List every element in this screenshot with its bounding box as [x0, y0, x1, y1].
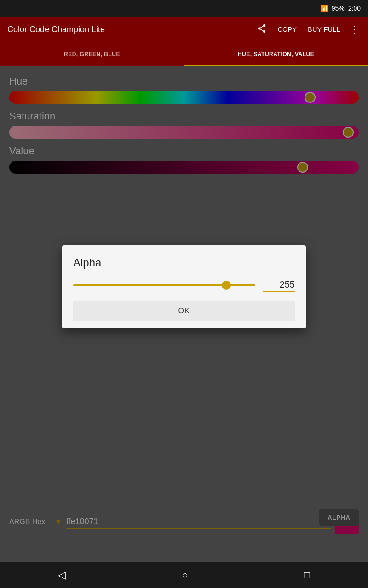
copy-button[interactable]: COPY [274, 23, 301, 36]
alpha-value-input[interactable] [263, 278, 295, 292]
battery-text: 95% [332, 5, 345, 12]
wifi-icon: 📶 [320, 5, 328, 12]
ok-button[interactable]: OK [73, 301, 295, 321]
more-icon[interactable]: ⋮ [348, 22, 361, 37]
recent-button[interactable]: □ [293, 565, 321, 585]
content-wrapper: Hue Saturation Value Alpha [0, 66, 368, 562]
dialog-overlay: Alpha OK [0, 66, 368, 562]
app-title: Color Code Champion Lite [7, 25, 246, 34]
app-bar: Color Code Champion Lite COPY BUY FULL ⋮ [0, 17, 368, 42]
tab-rgb[interactable]: RED, GREEN, BLUE [0, 42, 184, 66]
alpha-slider-row [73, 278, 295, 292]
alpha-track[interactable] [73, 284, 255, 286]
dialog-title: Alpha [73, 256, 295, 269]
tab-bar: RED, GREEN, BLUE HUE, SATURATION, VALUE [0, 42, 368, 66]
alpha-dialog: Alpha OK [62, 245, 306, 328]
nav-bar: ◁ ○ □ [0, 562, 368, 588]
alpha-thumb[interactable] [222, 281, 231, 290]
tab-hsv[interactable]: HUE, SATURATION, VALUE [184, 42, 368, 66]
back-button[interactable]: ◁ [47, 565, 77, 585]
time-text: 2:00 [348, 5, 361, 12]
status-bar: 📶 95% 2:00 [0, 0, 368, 17]
buy-full-button[interactable]: BUY FULL [304, 23, 344, 36]
home-button[interactable]: ○ [171, 565, 199, 585]
app-bar-actions: COPY BUY FULL ⋮ [253, 22, 361, 38]
share-icon[interactable] [253, 22, 270, 38]
